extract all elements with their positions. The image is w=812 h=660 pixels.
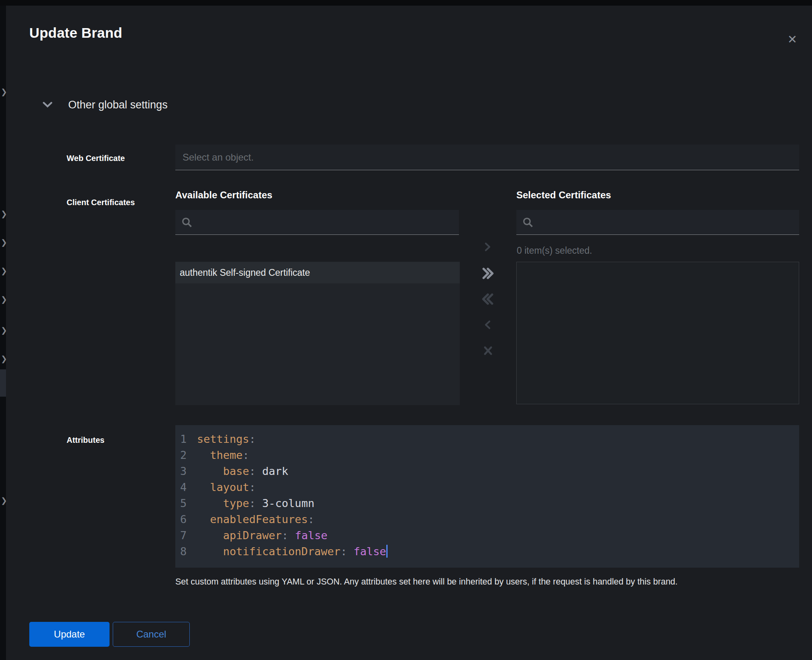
chevron-down-icon xyxy=(42,101,53,108)
left-sidebar-sliver: ❯❯❯❯❯❯❯❯ xyxy=(0,6,6,660)
search-icon xyxy=(522,216,534,228)
sidebar-selected-item-fragment xyxy=(0,369,6,397)
selected-search-input[interactable] xyxy=(534,217,799,228)
available-search-box xyxy=(175,210,459,235)
close-icon: ✕ xyxy=(788,33,797,46)
available-search-input[interactable] xyxy=(193,217,459,228)
remove-selected-button[interactable] xyxy=(479,316,497,334)
remove-all-button[interactable] xyxy=(479,290,497,308)
chevron-right-icon: ❯ xyxy=(1,267,6,275)
text-cursor xyxy=(386,545,388,558)
line-number: 3 xyxy=(180,463,191,479)
chevron-right-icon: ❯ xyxy=(1,210,6,218)
search-icon xyxy=(181,216,193,228)
angle-double-right-icon xyxy=(481,267,494,280)
attributes-code-editor[interactable]: 1settings:2 theme:3 base: dark4 layout:5… xyxy=(175,425,799,568)
group-label: Other global settings xyxy=(68,99,168,111)
line-number: 8 xyxy=(180,544,191,560)
code-line: 5 type: 3-column xyxy=(180,495,799,511)
list-item-certificate[interactable]: authentik Self-signed Certificate xyxy=(175,262,460,283)
attributes-help-text: Set custom attributes using YAML or JSON… xyxy=(175,576,789,588)
group-toggle-other-global-settings[interactable]: Other global settings xyxy=(42,96,168,113)
modal-title: Update Brand xyxy=(29,25,122,41)
line-number: 1 xyxy=(180,431,191,447)
code-line: 1settings: xyxy=(180,431,799,447)
modal-dialog: Update Brand ✕ Other global settings Web… xyxy=(6,6,812,660)
web-certificate-input[interactable] xyxy=(175,145,799,170)
chevron-right-icon: ❯ xyxy=(1,497,6,504)
cancel-button[interactable]: Cancel xyxy=(113,622,190,647)
client-certificates-label: Client Certificates xyxy=(67,198,135,207)
chevron-right-icon: ❯ xyxy=(1,326,6,334)
code-line: 8 notificationDrawer: false xyxy=(180,544,799,560)
line-number: 7 xyxy=(180,528,191,544)
clear-selection-button[interactable] xyxy=(479,342,497,359)
angle-left-icon xyxy=(483,320,493,330)
line-number: 6 xyxy=(180,511,191,528)
close-button[interactable]: ✕ xyxy=(783,31,802,48)
code-line: 6 enabledFeatures: xyxy=(180,511,799,528)
selected-search-box xyxy=(516,210,799,235)
angle-double-left-icon xyxy=(481,293,494,306)
chevron-right-icon: ❯ xyxy=(1,355,6,363)
angle-right-icon xyxy=(483,242,493,252)
add-selected-button[interactable] xyxy=(479,238,497,256)
code-line: 7 apiDrawer: false xyxy=(180,528,799,544)
chevron-right-icon: ❯ xyxy=(1,88,6,96)
available-certificates-heading: Available Certificates xyxy=(175,189,272,201)
code-line: 2 theme: xyxy=(180,447,799,463)
selected-certificates-heading: Selected Certificates xyxy=(516,189,611,201)
update-button[interactable]: Update xyxy=(29,622,110,647)
times-icon xyxy=(483,345,493,356)
line-number: 2 xyxy=(180,447,191,463)
selected-status: 0 item(s) selected. xyxy=(517,245,592,256)
code-line: 4 layout: xyxy=(180,479,799,495)
line-number: 4 xyxy=(180,479,191,495)
available-certificates-list: authentik Self-signed Certificate xyxy=(175,262,460,405)
add-all-button[interactable] xyxy=(479,265,497,282)
code-line: 3 base: dark xyxy=(180,463,799,479)
chevron-right-icon: ❯ xyxy=(1,295,6,303)
web-certificate-label: Web Certificate xyxy=(67,154,125,163)
selected-certificates-list xyxy=(516,262,799,404)
attributes-label: Attributes xyxy=(67,436,104,445)
line-number: 5 xyxy=(180,495,191,511)
chevron-right-icon: ❯ xyxy=(1,238,6,246)
